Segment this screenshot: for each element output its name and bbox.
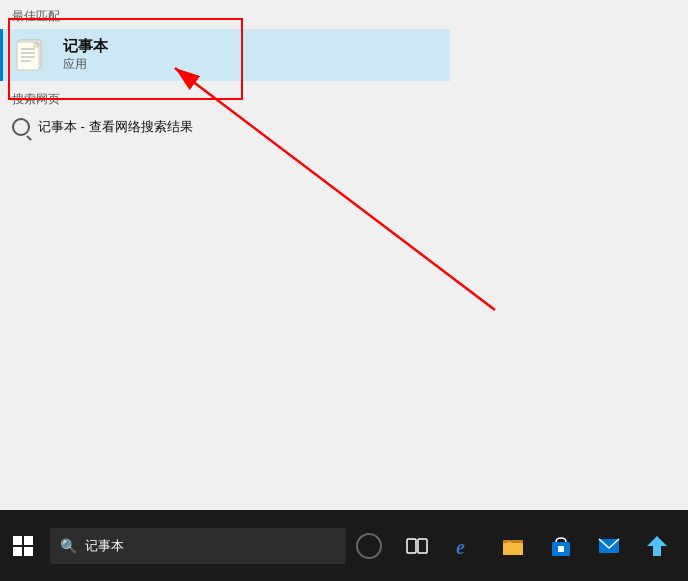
svg-marker-18: [647, 536, 667, 556]
taskbar-search-bar[interactable]: 🔍 记事本: [50, 528, 346, 564]
edge-icon: e: [453, 534, 477, 558]
web-query-text: 记事本: [38, 119, 77, 134]
file-explorer-button[interactable]: [490, 510, 536, 581]
web-search-item[interactable]: 记事本 - 查看网络搜索结果: [0, 112, 450, 142]
search-circle-icon: [12, 118, 30, 136]
web-search-query: 记事本 - 查看网络搜索结果: [38, 118, 193, 136]
taskbar-search-icon: 🔍: [60, 538, 77, 554]
taskbar-search-text: 记事本: [85, 537, 124, 555]
app-name: 记事本: [63, 37, 108, 56]
search-panel: 最佳匹配 记事本 应用 搜索网页 记事本 - 查看网络搜索结果: [0, 0, 450, 510]
cortana-button[interactable]: [346, 510, 392, 581]
cortana-icon: [356, 533, 382, 559]
taskbar-icons-group: e: [346, 510, 688, 581]
task-view-icon: [406, 535, 428, 557]
best-match-label: 最佳匹配: [0, 0, 450, 29]
svg-rect-16: [558, 546, 564, 552]
app-type: 应用: [63, 56, 108, 73]
start-button[interactable]: [0, 510, 46, 581]
mail-button[interactable]: [586, 510, 632, 581]
ai-icon: [643, 532, 671, 560]
store-button[interactable]: [538, 510, 584, 581]
edge-button[interactable]: e: [442, 510, 488, 581]
best-match-item[interactable]: 记事本 应用: [0, 29, 450, 81]
svg-rect-10: [407, 539, 416, 553]
store-icon: [549, 534, 573, 558]
folder-icon: [501, 534, 525, 558]
svg-rect-14: [503, 543, 523, 555]
web-query-suffix: - 查看网络搜索结果: [77, 119, 193, 134]
taskbar: 🔍 记事本 e: [0, 510, 688, 581]
ai-button[interactable]: [634, 510, 680, 581]
notepad-icon: [15, 37, 51, 73]
web-section-label: 搜索网页: [0, 81, 450, 112]
svg-rect-11: [418, 539, 427, 553]
svg-text:e: e: [456, 536, 465, 558]
app-info: 记事本 应用: [63, 37, 108, 73]
windows-icon: [13, 536, 33, 556]
mail-icon: [597, 534, 621, 558]
task-view-button[interactable]: [394, 510, 440, 581]
